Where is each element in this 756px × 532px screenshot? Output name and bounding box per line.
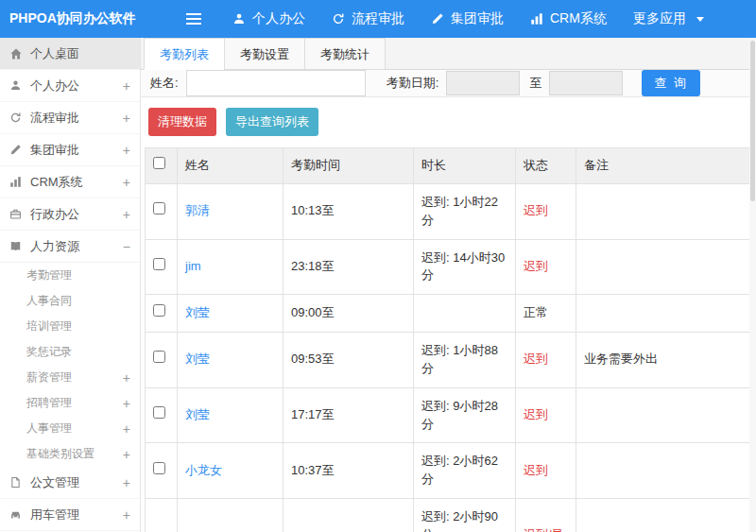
column-header-name: 姓名 — [178, 148, 284, 184]
sidebar-item-label: 个人办公 — [30, 77, 119, 94]
collapse-icon: − — [123, 239, 130, 254]
duration-cell: 迟到: 9小时28分 — [414, 387, 516, 443]
car-icon — [9, 508, 30, 521]
table-row: 刘莹 17:17至 迟到: 9小时28分 迟到 — [146, 387, 752, 443]
attendance-time: 10:13至 — [284, 183, 414, 239]
expand-icon: + — [123, 143, 130, 158]
employee-name-link[interactable]: 刘莹 — [185, 305, 210, 319]
name-label: 姓名: — [150, 75, 179, 92]
search-button[interactable]: 查 询 — [642, 70, 700, 96]
late-text: 迟到: 1小时22分 — [421, 194, 507, 230]
sidebar-item-workflow-approval[interactable]: 流程审批 + — [0, 102, 140, 134]
expand-icon: + — [123, 447, 130, 462]
select-all-checkbox[interactable] — [153, 157, 165, 169]
table-header-row: 姓名 考勤时间 时长 状态 备注 — [146, 148, 752, 184]
note-cell — [576, 239, 752, 295]
sidebar-subitem-label: 培训管理 — [26, 318, 130, 335]
expand-icon: + — [123, 421, 130, 437]
row-checkbox[interactable] — [153, 462, 165, 474]
table-row: 郭清 10:13至 迟到: 1小时22分 迟到 — [146, 183, 752, 239]
user-icon — [232, 12, 246, 26]
sidebar-item-vehicle-management[interactable]: 用车管理 + — [0, 499, 140, 531]
sidebar-subitem-training-management[interactable]: 培训管理 — [0, 314, 140, 339]
sidebar-subitem-recruitment-management[interactable]: 招聘管理 + — [0, 390, 140, 416]
expand-icon: + — [123, 370, 130, 386]
user-icon — [9, 79, 30, 92]
sidebar-item-admin-office[interactable]: 行政办公 + — [0, 198, 140, 231]
status-cell: 迟到/早退 — [516, 499, 576, 532]
employee-name-link[interactable]: 刘莹 — [185, 407, 210, 421]
table-row: 管理员 10:54至10:54 迟到: 2小时90分早退: 7小时10分 迟到/… — [146, 499, 752, 532]
attendance-table: 姓名 考勤时间 时长 状态 备注 郭清 10:13至 迟到: 1小时22分 迟到 — [145, 147, 752, 532]
employee-name-link[interactable]: 刘莹 — [185, 352, 210, 366]
nav-personal-office[interactable]: 个人办公 — [227, 0, 311, 38]
row-checkbox[interactable] — [153, 304, 165, 317]
sidebar-item-label: CRM系统 — [30, 174, 119, 191]
edit-icon — [9, 144, 30, 156]
hamburger-menu-icon[interactable] — [185, 12, 202, 26]
page-scrollbar[interactable] — [749, 39, 756, 532]
sidebar-item-label: 集团审批 — [30, 142, 119, 159]
tab-attendance-settings[interactable]: 考勤设置 — [224, 38, 305, 70]
note-cell — [576, 295, 752, 333]
sidebar-subitem-label: 人事合同 — [26, 293, 130, 309]
nav-group-approval[interactable]: 集团审批 — [425, 0, 509, 38]
nav-workflow-approval[interactable]: 流程审批 — [326, 0, 410, 38]
sidebar-item-group-approval[interactable]: 集团审批 + — [0, 134, 140, 166]
sidebar-subitem-salary-management[interactable]: 薪资管理 + — [0, 365, 140, 390]
date-from-input[interactable] — [446, 71, 520, 95]
sidebar-subitem-hr-contract[interactable]: 人事合同 — [0, 288, 140, 314]
status-cell: 正常 — [516, 295, 576, 333]
sidebar-item-personal-office[interactable]: 个人办公 + — [0, 70, 140, 102]
sidebar-subitem-attendance-management[interactable]: 考勤管理 — [0, 263, 140, 288]
row-checkbox[interactable] — [153, 351, 165, 363]
name-input[interactable] — [186, 70, 366, 96]
sidebar-subitem-personnel-management[interactable]: 人事管理 + — [0, 416, 140, 441]
employee-name-link[interactable]: jim — [185, 259, 201, 273]
attendance-date-label: 考勤日期: — [387, 75, 439, 92]
attendance-time: 23:18至 — [284, 239, 414, 295]
tab-attendance-list[interactable]: 考勤列表 — [144, 38, 225, 70]
sidebar-item-human-resources[interactable]: 人力资源 − — [0, 231, 140, 263]
duration-cell — [414, 295, 516, 333]
sidebar-item-document-management[interactable]: 公文管理 + — [0, 467, 140, 499]
attendance-time: 09:00至 — [284, 295, 414, 333]
tab-bar: 考勤列表 考勤设置 考勤统计 — [141, 38, 756, 70]
table-row: 小龙女 10:37至 迟到: 2小时62分 迟到 — [146, 443, 752, 499]
employee-name-link[interactable]: 小龙女 — [185, 463, 222, 477]
employee-name-link[interactable]: 郭清 — [185, 203, 210, 217]
nav-label: 流程审批 — [352, 10, 404, 27]
sidebar-item-crm-system[interactable]: CRM系统 + — [0, 166, 140, 198]
export-query-list-button[interactable]: 导出查询列表 — [226, 108, 318, 136]
sidebar-subitem-base-category-settings[interactable]: 基础类别设置 + — [0, 441, 140, 467]
expand-icon: + — [123, 111, 130, 126]
briefcase-icon — [9, 208, 30, 220]
sidebar-subitem-reward-punishment[interactable]: 奖惩记录 — [0, 339, 140, 365]
tab-attendance-statistics[interactable]: 考勤统计 — [304, 38, 386, 70]
nav-label: 集团审批 — [451, 10, 504, 27]
chevron-down-icon — [696, 17, 704, 22]
row-checkbox[interactable] — [153, 258, 165, 270]
date-to-input[interactable] — [549, 71, 623, 95]
row-checkbox[interactable] — [153, 406, 165, 419]
clean-data-button[interactable]: 清理数据 — [148, 108, 216, 136]
note-cell — [576, 183, 752, 239]
status-cell: 迟到 — [516, 239, 576, 295]
attendance-time: 10:37至 — [284, 443, 414, 499]
nav-more-apps[interactable]: 更多应用 — [627, 0, 710, 38]
sidebar-item-personal-desktop[interactable]: 个人桌面 — [0, 38, 140, 70]
column-header-duration: 时长 — [414, 148, 516, 184]
nav-crm-system[interactable]: CRM系统 — [524, 0, 612, 38]
scrollbar-thumb[interactable] — [750, 41, 755, 201]
row-checkbox[interactable] — [153, 202, 165, 215]
note-cell — [576, 387, 752, 443]
column-header-status: 状态 — [516, 148, 576, 184]
status-cell: 迟到 — [516, 183, 576, 239]
top-header: PHPOA协同办公软件 个人办公 流程审批 集团审批 CRM系统 — [0, 0, 756, 38]
attendance-time: 10:54至10:54 — [284, 499, 414, 532]
book-icon — [9, 240, 30, 252]
top-nav: 个人办公 流程审批 集团审批 CRM系统 更多应用 — [227, 0, 710, 38]
sidebar-subitem-label: 薪资管理 — [26, 369, 123, 386]
main-content: 考勤列表 考勤设置 考勤统计 姓名: 考勤日期: 至 查 询 清理数据 导出查询… — [141, 38, 756, 532]
duration-cell: 迟到: 2小时90分早退: 7小时10分 — [414, 499, 516, 532]
